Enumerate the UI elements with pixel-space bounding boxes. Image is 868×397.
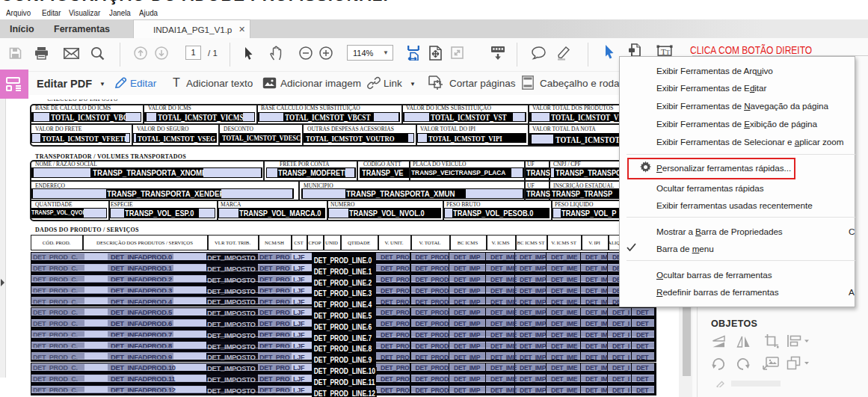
- svg-text:T: T: [666, 49, 671, 56]
